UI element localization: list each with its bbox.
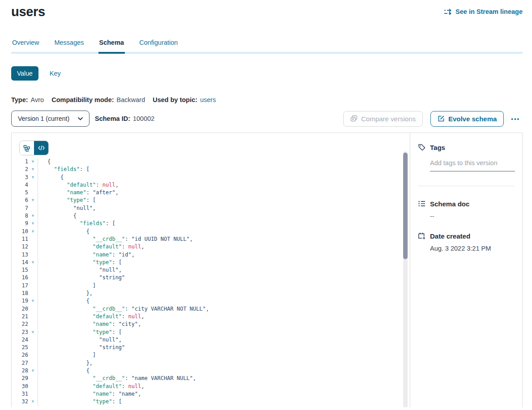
collapse-arrow-placeholder [28,383,38,390]
collapse-arrow-placeholder [28,243,38,251]
line-number: 6 [12,196,28,204]
collapse-arrow-placeholder [28,313,38,320]
code-line: 6▼"type": [ [12,196,410,204]
code-line: 29"__crdb__": "name VARCHAR NULL", [12,375,410,382]
code-view-button[interactable] [34,141,48,155]
collapse-arrow-placeholder [28,375,38,382]
edit-schema-icon [438,115,445,122]
code-line: 2▼"fields": [ [12,166,410,173]
tree-view-icon [23,145,30,152]
line-number: 13 [12,251,28,259]
collapse-arrow-icon[interactable]: ▼ [28,174,38,181]
more-actions-button[interactable]: ••• [508,113,523,125]
collapse-arrow-icon[interactable]: ▼ [28,329,38,336]
code-line: 22"name": "city", [12,320,410,328]
collapse-arrow-icon[interactable]: ▼ [28,297,38,305]
line-number: 32 [12,398,28,406]
code-toolbar [12,133,410,155]
topic-link[interactable]: users [200,96,216,103]
code-line: 26] [12,351,410,359]
collapse-arrow-placeholder [28,189,38,196]
collapse-arrow-placeholder [28,390,38,398]
line-number: 10 [12,228,28,235]
line-number: 21 [12,313,28,320]
line-number: 29 [12,375,28,382]
used-by-topic-label: Used by topic: [153,96,197,103]
collapse-arrow-placeholder [28,205,38,212]
schema-side-panel: Tags Schema doc -- [410,133,522,407]
evolve-schema-button[interactable]: Evolve schema [430,111,504,127]
code-scrollbar-thumb[interactable] [403,153,408,259]
collapse-arrow-placeholder [28,290,38,297]
line-number: 25 [12,344,28,351]
key-toggle-button[interactable]: Key [50,70,61,77]
line-number: 17 [12,282,28,290]
schema-code-editor[interactable]: 1▼{2▼"fields": [3▼{4"default": null,5"na… [12,158,410,406]
line-number: 14 [12,259,28,266]
code-line: 18}, [12,290,410,297]
schema-doc-heading: Schema doc [430,200,469,208]
value-key-toggle: Value Key [11,66,532,81]
collapse-arrow-icon[interactable]: ▼ [28,259,38,266]
collapse-arrow-icon[interactable]: ▼ [28,367,38,375]
collapse-arrow-icon[interactable]: ▼ [28,158,38,166]
value-toggle-button[interactable]: Value [11,66,38,81]
collapse-arrow-icon[interactable]: ▼ [28,228,38,235]
collapse-arrow-placeholder [28,344,38,351]
collapse-arrow-placeholder [28,181,38,189]
line-number: 26 [12,351,28,359]
line-number: 31 [12,390,28,398]
code-line: 17] [12,282,410,290]
code-line: 10▼{ [12,228,410,235]
code-line: 11"__crdb__": "id UUID NOT NULL", [12,235,410,243]
line-number: 30 [12,383,28,390]
code-view-icon [38,145,45,151]
compare-icon [350,115,358,122]
tab-schema[interactable]: Schema [98,39,125,52]
collapse-arrow-placeholder [28,251,38,259]
tags-heading: Tags [430,144,445,151]
code-line: 7"null", [12,205,410,212]
code-line: 12"default": null, [12,243,410,251]
line-number: 23 [12,329,28,336]
line-number: 5 [12,189,28,196]
version-bar: Version 1 (current) Schema ID: 100002 Co… [11,111,523,127]
collapse-arrow-icon[interactable]: ▼ [28,220,38,227]
line-number: 18 [12,290,28,297]
chevron-down-icon [78,117,83,120]
tab-overview[interactable]: Overview [11,39,40,52]
code-line: 20"__crdb__": "city VARCHAR NOT NULL", [12,305,410,313]
collapse-arrow-icon[interactable]: ▼ [28,196,38,204]
tab-messages[interactable]: Messages [53,39,85,52]
add-tags-input[interactable] [430,159,515,171]
line-number: 22 [12,320,28,328]
code-line: 8▼{ [12,212,410,220]
code-line: 27}, [12,359,410,367]
line-number: 24 [12,336,28,344]
code-line: 14▼"type": [ [12,259,410,266]
page-header: users See in Stream lineage [0,0,532,19]
version-select[interactable]: Version 1 (current) [11,111,89,127]
schema-doc-section-header: Schema doc [418,200,515,208]
tree-view-button[interactable] [20,141,34,155]
compare-versions-button[interactable]: Compare versions [343,111,423,127]
line-number: 4 [12,181,28,189]
collapse-arrow-icon[interactable]: ▼ [28,398,38,406]
code-line: 16"string" [12,274,410,282]
schema-doc-value: -- [430,213,515,220]
code-scrollbar-track[interactable] [403,151,408,407]
code-line: 23▼"type": [ [12,329,410,336]
collapse-arrow-icon[interactable]: ▼ [28,166,38,173]
tab-configuration[interactable]: Configuration [138,39,179,52]
collapse-arrow-icon[interactable]: ▼ [28,212,38,220]
collapse-arrow-placeholder [28,336,38,344]
collapse-arrow-placeholder [28,266,38,274]
code-line: 30"default": null, [12,383,410,390]
collapse-arrow-placeholder [28,351,38,359]
compare-versions-label: Compare versions [361,115,416,123]
schema-page: users See in Stream lineage Overview Mes… [0,0,532,410]
stream-lineage-link[interactable]: See in Stream lineage [444,8,523,15]
code-line: 25"string" [12,344,410,351]
page-title: users [11,4,45,19]
code-line: 4"default": null, [12,181,410,189]
